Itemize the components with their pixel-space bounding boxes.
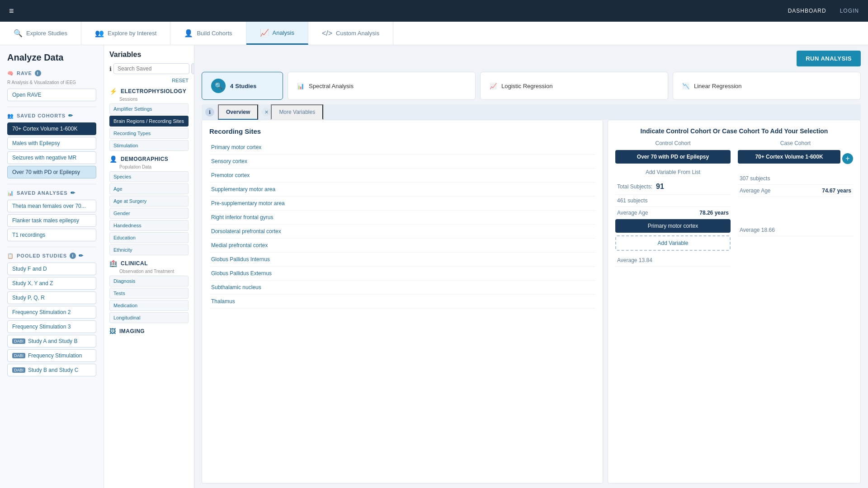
recording-site-globus-internus[interactable]: Globus Pallidus Internus — [209, 253, 595, 267]
saved-cohorts-label: 👥 SAVED COHORTS ✏ — [7, 113, 96, 119]
control-cohort-tag[interactable]: Over 70 with PD or Epilepsy — [615, 150, 731, 164]
case-variable-section: 307 subjects Average Age 74.67 years Ave… — [738, 173, 853, 236]
nav-build-cohorts[interactable]: 👤 Build Cohorts — [170, 22, 246, 45]
hamburger-menu[interactable]: ≡ — [9, 6, 14, 16]
demographics-sub: Population Data — [109, 164, 189, 169]
search-help-icon: ℹ — [109, 66, 112, 72]
recording-site-globus-externus[interactable]: Globus Pallidus Externus — [209, 267, 595, 281]
cohort-panel-title: Indicate Control Cohort Or Case Cohort T… — [615, 127, 853, 135]
recording-site-thalamus[interactable]: Thalamus — [209, 295, 595, 309]
nav-custom-analysis[interactable]: </> Custom Analysis — [308, 22, 393, 45]
tab-more-variables[interactable]: More Variables — [271, 104, 323, 120]
var-recording-types[interactable]: Recording Types — [109, 128, 189, 139]
pooled-info-icon[interactable]: i — [70, 253, 76, 259]
logistic-regression-card[interactable]: 📈 Logistic Regression — [480, 72, 668, 100]
analysis-theta-mean[interactable]: Theta mean females over 70... — [7, 200, 96, 212]
var-longitudinal[interactable]: Longitudinal — [109, 312, 189, 323]
open-rave-button[interactable]: Open RAVE — [7, 89, 96, 101]
dabi-tag-study-b-c: DABI — [12, 367, 25, 373]
run-analysis-button[interactable]: RUN ANALYSIS — [797, 51, 861, 66]
recording-site-right-inferior[interactable]: Right inferior frontal gyrus — [209, 211, 595, 225]
var-diagnosis[interactable]: Diagnosis — [109, 276, 189, 286]
control-avg-val-row: Average 13.84 — [615, 254, 731, 267]
var-handedness[interactable]: Handedness — [109, 220, 189, 231]
rave-icon: 🧠 — [7, 70, 14, 76]
dashboard-link[interactable]: DASHBOARD — [788, 8, 826, 14]
recording-site-sensory[interactable]: Sensory cortex — [209, 155, 595, 169]
var-tests[interactable]: Tests — [109, 288, 189, 299]
cohort-70-cortex[interactable]: 70+ Cortex Volume 1-600K — [7, 122, 96, 135]
overview-tab-icon: ℹ — [205, 108, 214, 117]
var-age[interactable]: Age — [109, 183, 189, 194]
analysis-icon: 📈 — [260, 28, 269, 37]
analysis-t1-recordings[interactable]: T1 recordings — [7, 229, 96, 241]
linear-icon: 📉 — [682, 83, 689, 89]
login-link[interactable]: LOGIN — [840, 8, 859, 14]
primary-motor-cortex-btn[interactable]: Primary motor cortex — [615, 219, 731, 233]
var-education[interactable]: Education — [109, 232, 189, 243]
study-b-c[interactable]: DABI Study B and Study C — [7, 364, 96, 376]
dabi-tag-study-a-b: DABI — [12, 338, 25, 344]
study-f-d[interactable]: Study F and D — [7, 263, 96, 275]
var-stimulation[interactable]: Stimulation — [109, 140, 189, 151]
nav-analysis[interactable]: 📈 Analysis — [246, 22, 308, 45]
study-a-b[interactable]: DABI Study A and Study B — [7, 335, 96, 347]
linear-label: Linear Regression — [694, 83, 742, 89]
study-x-y-z[interactable]: Study X, Y and Z — [7, 277, 96, 290]
rave-section: 🧠 RAVE i — [7, 70, 96, 76]
analysis-flanker-task[interactable]: Flanker task males epilepsy — [7, 214, 96, 227]
recording-site-subthalamic[interactable]: Subthalamic nucleus — [209, 281, 595, 295]
cohort-seizures-neg-mr[interactable]: Seizures with negative MR — [7, 151, 96, 164]
case-cohort-tag[interactable]: 70+ Cortex Volume 1-600K — [738, 150, 840, 164]
studies-card[interactable]: 🔍 4 Studies — [202, 72, 283, 100]
search-saved-button[interactable]: 🔍 — [191, 63, 194, 74]
var-gender[interactable]: Gender — [109, 208, 189, 219]
imaging-label: IMAGING — [119, 328, 145, 334]
var-species[interactable]: Species — [109, 171, 189, 182]
recording-site-dorsolateral[interactable]: Dorsolateral prefrontal cortex — [209, 225, 595, 239]
analysis-label: Analysis — [273, 29, 294, 36]
recording-site-pre-supplementary[interactable]: Pre-supplementary motor area — [209, 197, 595, 211]
recording-site-supplementary[interactable]: Supplementary motor area — [209, 183, 595, 197]
study-count: 4 — [230, 83, 233, 89]
case-avg-age-val: 74.67 years — [822, 188, 851, 194]
cohort-over70-pd[interactable]: Over 70 with PD or Epilepsy — [7, 166, 96, 178]
study-p-q-r[interactable]: Study P, Q, R — [7, 291, 96, 304]
add-cohort-button[interactable]: + — [842, 153, 853, 164]
study-label: Studies — [235, 83, 256, 89]
add-variable-dashed-btn[interactable]: Add Variable — [615, 235, 731, 251]
var-ethnicity[interactable]: Ethnicity — [109, 244, 189, 255]
linear-regression-card[interactable]: 📉 Linear Regression — [673, 72, 861, 100]
nav-explore-interest[interactable]: 👥 Explore by Interest — [81, 22, 170, 45]
spectral-analysis-card[interactable]: 📊 Spectral Analysis — [288, 72, 476, 100]
tab-overview[interactable]: Overview — [218, 104, 258, 120]
saved-analyses-edit-icon[interactable]: ✏ — [71, 190, 75, 196]
search-row: ℹ 🔍 — [109, 63, 189, 74]
freq-stim-2[interactable]: Frequency Stimulation 2 — [7, 306, 96, 319]
content-area: RUN ANALYSIS 🔍 4 Studies 📊 Spectral Anal… — [194, 45, 868, 488]
var-amplifier-settings[interactable]: Amplifier Settings — [109, 103, 189, 114]
pooled-edit-icon[interactable]: ✏ — [79, 253, 84, 259]
var-medication[interactable]: Medication — [109, 300, 189, 311]
more-vars-tab-icon: ✕ — [262, 108, 271, 117]
cohort-males-epilepsy[interactable]: Males with Epilepsy — [7, 137, 96, 150]
analysis-cards-row: RUN ANALYSIS — [194, 45, 868, 72]
studies-card-icon: 🔍 — [211, 79, 226, 93]
recording-site-premotor[interactable]: Premotor cortex — [209, 169, 595, 183]
recording-site-primary-motor[interactable]: Primary motor cortex — [209, 141, 595, 155]
freq-stim-3[interactable]: Frequency Stimulation 3 — [7, 320, 96, 333]
case-avg-val: Average 18.66 — [740, 227, 775, 233]
recording-site-medial-prefrontal[interactable]: Medial prefrontal cortex — [209, 239, 595, 253]
reset-link[interactable]: RESET — [109, 78, 189, 83]
control-avg-age-val: 78.26 years — [699, 210, 729, 216]
freq-stim[interactable]: DABI Frequency Stimulation — [7, 349, 96, 362]
nav-explore-studies[interactable]: 🔍 Explore Studies — [0, 22, 81, 45]
dabi-tag-freq-stim: DABI — [12, 353, 25, 358]
var-age-at-surgery[interactable]: Age at Surgery — [109, 196, 189, 206]
clinical-icon: 🏥 — [109, 260, 117, 267]
rave-info-icon[interactable]: i — [35, 70, 41, 76]
saved-cohorts-edit-icon[interactable]: ✏ — [68, 113, 73, 119]
variables-title: Variables — [109, 51, 189, 59]
var-brain-regions[interactable]: Brain Regions / Recording Sites — [109, 116, 189, 127]
search-saved-input[interactable] — [113, 63, 189, 74]
